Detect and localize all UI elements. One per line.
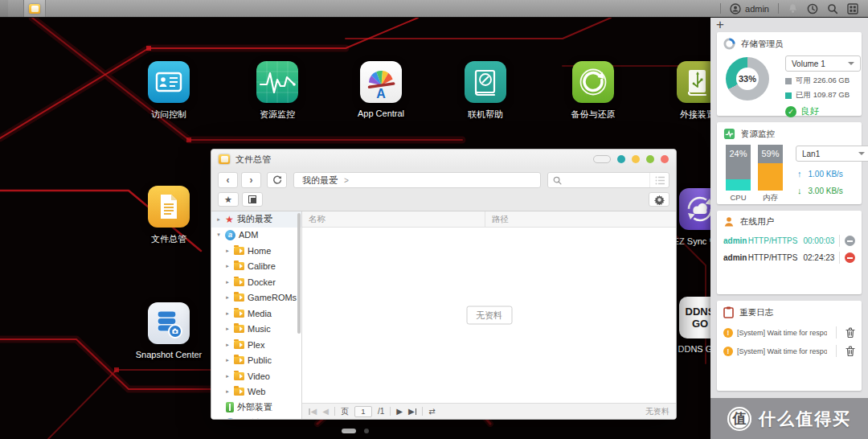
page-number-input[interactable] xyxy=(354,406,372,417)
breadcrumb[interactable]: 我的最爱 > xyxy=(293,172,541,188)
desktop-icon-backup-restore[interactable]: 备份与还原 xyxy=(562,61,624,121)
top-menu-bar: admin xyxy=(0,0,868,18)
delete-log-button[interactable] xyxy=(845,327,855,338)
svg-text:A: A xyxy=(376,87,386,101)
view-mode-toggle[interactable] xyxy=(649,173,669,187)
tree-item-home[interactable]: ▸ Home xyxy=(211,243,301,259)
collapse-icon[interactable]: ▾ xyxy=(215,232,222,238)
tree-item-favorites[interactable]: ▸ ★ 我的最爱 xyxy=(211,211,301,228)
download-arrow-icon: ↓ xyxy=(797,186,802,195)
add-widget-button[interactable]: + xyxy=(716,17,724,33)
expand-icon[interactable]: ▸ xyxy=(224,373,231,380)
next-page-button[interactable]: ▶ xyxy=(396,407,403,416)
desktop-icon-label: Snapshot Center xyxy=(136,350,203,359)
apps-grid-icon[interactable] xyxy=(847,3,858,14)
block-user-button[interactable] xyxy=(845,252,855,263)
previous-page-button[interactable]: ◀ xyxy=(322,407,329,416)
restore-button[interactable] xyxy=(632,155,640,163)
window-title: 文件总管 xyxy=(235,154,271,166)
expand-icon[interactable]: ▸ xyxy=(224,388,231,395)
clock-icon[interactable] xyxy=(807,3,818,14)
page-total-label: /1 xyxy=(378,407,384,416)
search-icon[interactable] xyxy=(827,3,838,14)
expand-icon[interactable]: ▸ xyxy=(224,357,231,363)
bell-icon[interactable] xyxy=(788,3,798,14)
tree-item-plex[interactable]: ▸ Plex xyxy=(211,337,301,353)
chevron-right-icon: > xyxy=(344,176,349,185)
tree-item-external-devices[interactable]: 外部装置 xyxy=(211,400,301,416)
search-input[interactable] xyxy=(562,175,649,185)
tree-item-label: 我的最爱 xyxy=(237,213,272,225)
back-button[interactable]: ‹ xyxy=(218,172,238,188)
tree-item-label: Home xyxy=(248,246,271,256)
page-dot[interactable] xyxy=(364,429,369,433)
breadcrumb-item[interactable]: 我的最爱 xyxy=(302,174,338,187)
favorite-button[interactable]: ★ xyxy=(218,192,239,207)
expand-icon[interactable]: ▸ xyxy=(215,216,222,223)
volume-select[interactable]: Volume 1 xyxy=(785,55,861,72)
widget-sidebar: + 存储管理员 33% Volume 1 可 xyxy=(710,18,868,439)
desktop-icon-app-central[interactable]: A App Central xyxy=(350,61,412,118)
expand-icon[interactable]: ▸ xyxy=(224,326,231,332)
refresh-button[interactable] xyxy=(267,172,287,188)
settings-button[interactable] xyxy=(649,192,669,207)
expand-icon[interactable]: ▸ xyxy=(224,310,231,317)
window-titlebar[interactable]: 文件总管 xyxy=(211,150,676,169)
expand-icon[interactable]: ▸ xyxy=(224,294,231,301)
minimize-button[interactable] xyxy=(617,155,625,163)
column-header-name[interactable]: 名称 xyxy=(302,211,485,227)
desktop-icon-label: 备份与还原 xyxy=(571,109,616,121)
expand-icon[interactable]: ▸ xyxy=(224,263,231,269)
tree-item-music[interactable]: ▸ Music xyxy=(211,322,301,338)
tree-item-virtual-devices[interactable]: 虚拟设备 xyxy=(211,416,301,420)
shared-folder-icon xyxy=(234,325,244,333)
tree-item-calibre[interactable]: ▸ Calibre xyxy=(211,259,301,275)
pin-window-button[interactable] xyxy=(593,155,611,163)
first-page-button[interactable]: ◀ xyxy=(309,407,317,416)
tree-scrollbar[interactable] xyxy=(297,213,301,334)
tree-item-label: Public xyxy=(248,355,272,365)
tree-item-public[interactable]: ▸ Public xyxy=(211,353,301,369)
maximize-button[interactable] xyxy=(646,155,654,163)
expand-icon[interactable]: ▸ xyxy=(224,279,231,285)
desktop-icon-snapshot-center[interactable]: Snapshot Center xyxy=(137,302,200,359)
chevron-down-icon xyxy=(858,152,865,155)
memory-label: 内存 xyxy=(763,193,778,203)
desktop-icon-resource-monitor[interactable]: 资源监控 xyxy=(246,61,309,121)
widget-title: 资源监控 xyxy=(741,129,775,140)
shared-folder-icon xyxy=(234,310,244,318)
online-user-row: admin HTTP/HTTPS 02:24:23 xyxy=(723,249,855,266)
desktop-icon-access-control[interactable]: 访问控制 xyxy=(137,61,200,121)
desktop-icon-file-explorer[interactable]: 文件总管 xyxy=(137,186,200,245)
lan-select[interactable]: Lan1 xyxy=(796,146,868,162)
expand-icon[interactable]: ▸ xyxy=(224,342,231,348)
reload-list-button[interactable]: ⇄ xyxy=(428,407,435,416)
taskbar-file-explorer-button[interactable] xyxy=(24,0,46,17)
forward-button[interactable]: › xyxy=(241,172,261,188)
tree-item-docker[interactable]: ▸ Docker xyxy=(211,274,301,290)
close-button[interactable] xyxy=(661,155,669,163)
shared-folder-icon xyxy=(234,293,244,302)
important-logs-widget: 重要日志 ! [System] Wait time for response e… xyxy=(717,301,862,391)
tree-item-adm[interactable]: ▾ a ADM xyxy=(211,228,301,244)
column-header-path[interactable]: 路径 xyxy=(485,211,676,227)
expand-icon[interactable]: ▸ xyxy=(224,248,231,254)
delete-log-button[interactable] xyxy=(845,346,855,356)
topbar-left-segment xyxy=(0,0,8,17)
topbar-divider xyxy=(778,3,779,14)
tree-item-gameroms[interactable]: ▸ GameROMs xyxy=(211,290,301,306)
disconnect-user-button[interactable] xyxy=(845,236,855,246)
search-icon xyxy=(553,176,562,185)
smzdm-watermark: 值 什么值得买 xyxy=(710,398,868,439)
file-list-content[interactable]: 无资料 xyxy=(302,228,676,403)
tree-item-video[interactable]: ▸ Video xyxy=(211,368,301,384)
star-icon: ★ xyxy=(224,195,232,205)
tree-item-web[interactable]: ▸ Web xyxy=(211,384,301,400)
tree-item-media[interactable]: ▸ Media xyxy=(211,306,301,322)
last-page-button[interactable]: ▶ xyxy=(408,407,416,416)
user-menu[interactable]: admin xyxy=(730,3,769,14)
selection-mode-button[interactable] xyxy=(242,192,263,207)
desktop-icon-online-help[interactable]: 联机帮助 xyxy=(454,61,517,121)
download-speed: ↓ 3.00 KB/s xyxy=(796,186,868,195)
page-dot-active[interactable] xyxy=(342,429,356,433)
